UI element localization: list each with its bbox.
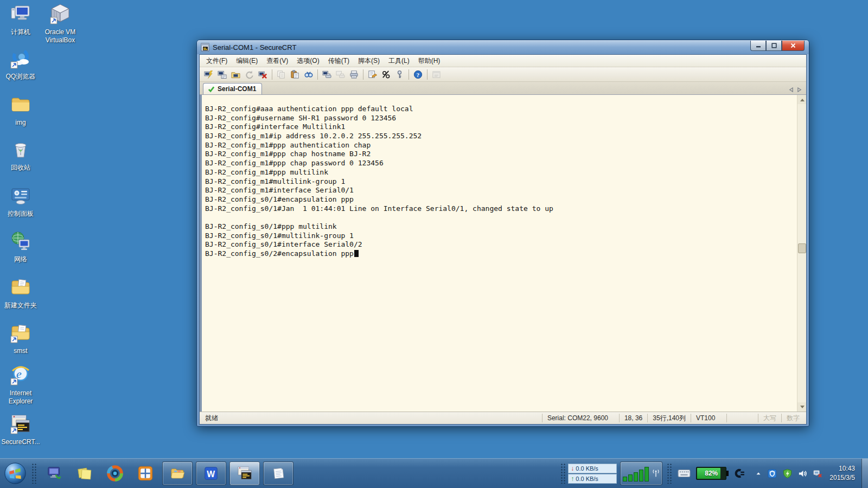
toolbar-connect-button[interactable] [215,68,229,81]
start-button[interactable] [2,460,28,486]
desktop-icon-control-panel[interactable]: 控制面板 [0,185,41,218]
menu-item-transfer[interactable]: 传输(T) [324,55,354,67]
taskbar-app-notepad[interactable] [263,461,293,485]
tray-volume[interactable] [797,468,808,479]
terminal-scrollbar[interactable] [797,95,806,412]
taskbar-app-explorer[interactable] [162,461,193,485]
menu-item-help[interactable]: 帮助(H) [414,55,445,67]
start-orb-icon [4,462,27,485]
window-caption-buttons [750,41,805,51]
desktop-icon-qq-browser[interactable]: QQ浏览器 [0,48,41,81]
toolbar-help-button[interactable]: ? [411,68,425,81]
terminal-area[interactable]: BJ-R2_config#aaa authentication ppp defa… [200,95,806,412]
network-icon [10,230,31,252]
desktop-icon-label: img [0,119,41,127]
toolbar-disconnect-button[interactable] [256,68,270,81]
wps-icon: W [203,465,219,481]
taskbar-pinned-remote-desktop[interactable] [42,461,66,485]
status-caps-lock: 大写 [758,414,781,422]
network-speed-widget[interactable]: ↓ 0.0 KB/s ↑ 0.0 KB/s [568,464,617,484]
desktop-icon-new-folder[interactable]: 新建文件夹 [0,277,41,310]
taskbar-app-wps-writer[interactable]: W [196,461,226,485]
desktop-icon-label: Internet Explorer [0,389,41,406]
desktop-icon-smst-folder[interactable]: smst [0,322,41,355]
terminal-line: BJ-R2_config_m1#ip address 10.2.0.2 255.… [205,132,794,141]
desktop-icon-label: 控制面板 [0,210,41,218]
key-agent-icon [395,70,404,79]
session-options-icon [368,70,377,79]
tray-hidden-icons[interactable] [755,470,762,477]
menu-item-script[interactable]: 脚本(S) [354,55,384,67]
tab-scroll-left[interactable] [789,87,794,92]
menu-item-edit[interactable]: 编辑(E) [232,55,262,67]
toolbar-print-screen-button[interactable] [320,68,334,81]
taskbar-app-securecrt[interactable] [229,461,260,485]
scroll-up-button[interactable] [797,95,806,104]
status-bar: 就绪 Serial: COM22, 9600 18, 36 35行,140列 V… [200,412,806,424]
desktop-icon-recycle-bin[interactable]: 回收站 [0,139,41,172]
terminal-line: BJ-R2_config#username SH-R1 password 0 1… [205,114,794,123]
taskbar-drag-handle[interactable] [31,463,37,484]
toolbar-copy-button [275,68,288,81]
desktop-icon-label: 回收站 [0,164,41,172]
tab-serial-com1[interactable]: Serial-COM1 [203,83,262,94]
toolbar-print-button[interactable] [347,68,361,81]
terminal-line: BJ-R2_config_s0/1#encapsulation ppp [205,195,794,204]
tray-security-app[interactable] [767,468,777,479]
tray-antivirus-app[interactable] [782,468,793,479]
toolbar-find-button[interactable] [302,68,315,81]
desktop-icon-virtualbox[interactable]: Oracle VM VirtualBox [35,3,86,44]
copy-icon [277,70,286,79]
toolbar-quick-connect-button[interactable] [202,68,215,81]
control-panel-icon [10,185,31,207]
show-desktop-button[interactable] [861,459,868,488]
toolbar-app-window-button [430,68,443,81]
download-arrow-icon: ↓ [571,465,574,472]
menu-item-options[interactable]: 选项(O) [292,55,323,67]
close-button[interactable] [782,41,805,51]
status-num-lock: 数字 [781,414,806,422]
help-icon: ? [413,70,423,79]
tab-scroll-right[interactable] [797,87,802,92]
tray-drag-handle[interactable] [560,463,566,484]
menu-item-view[interactable]: 查看(V) [262,55,292,67]
taskbar-pinned-vmware[interactable] [133,461,157,485]
window-title: Serial-COM1 - SecureCRT [213,43,296,52]
taskbar-pinned-sticky-notes[interactable] [73,461,97,485]
toolbar-connect-in-tab-button[interactable] [229,68,242,81]
desktop-icon-img-folder[interactable]: img [0,94,41,127]
desktop-icon-securecrt[interactable]: SecureCRT... [0,413,41,446]
taskbar-clock[interactable]: 10:43 2015/3/5 [829,464,855,483]
desktop-icon-internet-explorer[interactable]: eInternet Explorer [0,364,41,406]
status-spacer [726,414,758,422]
scrollbar-thumb[interactable] [798,243,806,253]
toolbar-paste-button[interactable] [288,68,302,81]
upload-speed: ↑ 0.0 KB/s [568,474,617,484]
signal-strength-button[interactable] [620,461,662,485]
menu-item-file[interactable]: 文件(F) [202,55,232,67]
computer-icon [10,3,31,25]
shortcut-folder-icon [10,322,31,344]
terminal-line: BJ-R2_config_m1#interface Serial0/1 [205,186,794,195]
menu-item-tools[interactable]: 工具(L) [384,55,414,67]
tray-drag-handle-2[interactable] [667,463,672,484]
scroll-down-button[interactable] [797,402,806,412]
securecrt-window: Serial-COM1 - SecureCRT 文件(F)编辑(E)查看(V)选… [196,40,809,427]
taskbar-pinned-media-app[interactable] [103,461,127,485]
toolbar-key-agent-button[interactable] [393,68,406,81]
tray-network-status[interactable] [813,468,823,479]
battery-indicator[interactable]: 82% [696,467,726,480]
toolbar-global-options-button[interactable] [379,68,393,81]
input-method-indicator[interactable] [678,469,691,478]
system-tray: ↓ 0.0 KB/s ↑ 0.0 KB/s 82% 10:43 [558,459,868,488]
toolbar-session-options-button[interactable] [366,68,379,81]
desktop-icon-label: 新建文件夹 [0,301,41,310]
maximize-button[interactable] [766,41,782,51]
minimize-button[interactable] [750,41,766,51]
window-titlebar[interactable]: Serial-COM1 - SecureCRT [197,40,809,54]
virtualbox-icon [49,3,71,25]
desktop-icon-label: QQ浏览器 [0,73,41,81]
desktop-icon-network[interactable]: 网络 [0,230,41,264]
toolbar-separator [272,69,272,80]
terminal-line: BJ-R2_config_s0/1#ppp multilink [205,222,794,232]
